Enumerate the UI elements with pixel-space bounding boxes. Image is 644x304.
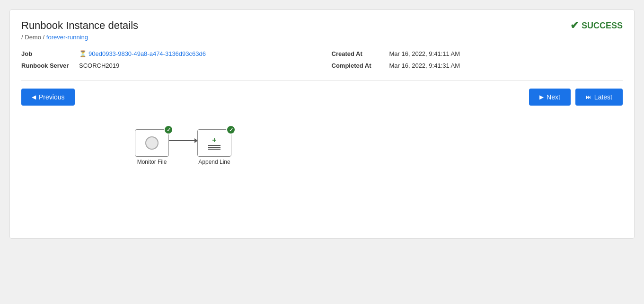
job-label: Job — [21, 50, 73, 57]
breadcrumb-current[interactable]: forever-running — [46, 34, 88, 41]
next-button[interactable]: ▶ Next — [529, 89, 571, 106]
divider — [21, 80, 623, 81]
runbook-server-value: SCORCH2019 — [79, 62, 119, 69]
created-at-label: Created At — [332, 50, 384, 57]
completed-at-row: Completed At Mar 16, 2022, 9:41:31 AM — [332, 62, 623, 69]
previous-label: Previous — [39, 93, 64, 101]
latest-arrow-icon: ⏭ — [586, 94, 591, 100]
line-3 — [208, 149, 221, 150]
previous-button[interactable]: ◀ Previous — [21, 89, 75, 106]
append-line-box: + ✓ — [197, 129, 231, 157]
created-at-row: Created At Mar 16, 2022, 9:41:11 AM — [332, 50, 623, 57]
status-badge: ✔ SUCCESS — [570, 19, 623, 32]
title-prefix: Runbook — [21, 19, 66, 31]
runbook-server-row: Runbook Server SCORCH2019 — [21, 62, 313, 69]
nav-row: ◀ Previous ▶ Next ⏭ Latest — [21, 89, 623, 106]
workflow-container: ✓ Monitor File + ✓ — [135, 129, 231, 165]
status-text: SUCCESS — [582, 21, 623, 31]
header-row: Runbook Instance details / Demo / foreve… — [21, 19, 623, 41]
completed-at-label: Completed At — [332, 62, 384, 69]
meta-grid: Job ⏳90ed0933-9830-49a8-a474-3136d93c63d… — [21, 50, 623, 69]
latest-button[interactable]: ⏭ Latest — [575, 89, 623, 106]
job-row: Job ⏳90ed0933-9830-49a8-a474-3136d93c63d… — [21, 50, 313, 57]
monitor-file-success-badge: ✓ — [164, 125, 173, 134]
breadcrumb-parent: Demo — [25, 34, 41, 41]
append-lines — [208, 145, 221, 150]
plus-icon: + — [212, 136, 216, 144]
workflow-node-append-line[interactable]: + ✓ Append Line — [197, 129, 231, 165]
next-label: Next — [547, 93, 560, 101]
monitor-file-box: ✓ — [135, 129, 169, 157]
success-check-icon: ✔ — [570, 19, 579, 32]
runbook-server-label: Runbook Server — [21, 62, 73, 69]
previous-arrow-icon: ◀ — [32, 94, 36, 100]
runbook-instance-card: Runbook Instance details / Demo / foreve… — [9, 9, 635, 239]
meta-left: Job ⏳90ed0933-9830-49a8-a474-3136d93c63d… — [21, 50, 313, 69]
next-arrow-icon: ▶ — [539, 94, 544, 100]
workflow-node-monitor-file[interactable]: ✓ Monitor File — [135, 129, 169, 165]
monitor-file-icon — [145, 136, 159, 150]
job-id-link[interactable]: 90ed0933-9830-49a8-a474-3136d93c63d6 — [88, 50, 206, 57]
meta-right: Created At Mar 16, 2022, 9:41:11 AM Comp… — [332, 50, 623, 69]
line-2 — [208, 147, 221, 148]
workflow-canvas: ✓ Monitor File + ✓ — [21, 115, 623, 229]
job-value: ⏳90ed0933-9830-49a8-a474-3136d93c63d6 — [79, 50, 206, 57]
job-icon: ⏳ — [79, 50, 87, 57]
created-at-value: Mar 16, 2022, 9:41:11 AM — [389, 50, 460, 57]
latest-label: Latest — [594, 93, 612, 101]
breadcrumb-separator-2: / — [43, 34, 46, 41]
append-line-label: Append Line — [198, 159, 230, 165]
line-1 — [208, 145, 221, 146]
append-line-success-badge: ✓ — [226, 125, 236, 134]
page-title: Runbook Instance details — [21, 19, 138, 32]
connector-arrow — [169, 140, 197, 141]
append-line-icon: + — [208, 136, 221, 150]
nav-right: ▶ Next ⏭ Latest — [529, 89, 623, 106]
title-section: Runbook Instance details / Demo / foreve… — [21, 19, 138, 41]
completed-at-value: Mar 16, 2022, 9:41:31 AM — [389, 62, 460, 69]
breadcrumb-separator-1: / — [21, 34, 23, 41]
title-main: Instance details — [66, 19, 138, 31]
monitor-file-label: Monitor File — [137, 159, 167, 165]
breadcrumb: / Demo / forever-running — [21, 34, 138, 41]
